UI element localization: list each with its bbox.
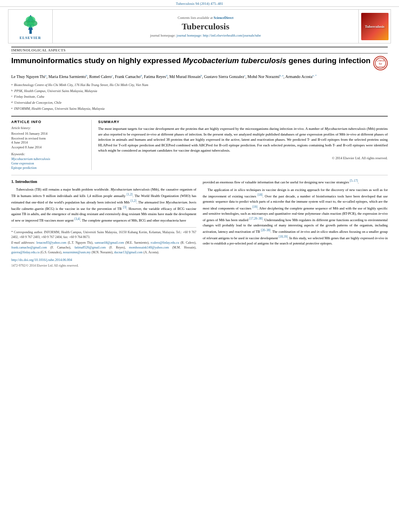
- tuberculosis-logo: Tuberculosis: [361, 13, 389, 40]
- intro-col-right: provided an enormous flow of valuable in…: [203, 179, 388, 268]
- summary-column: SUMMARY The most important targets for v…: [98, 120, 388, 170]
- section-label: IMMUNOLOGICAL ASPECTS: [11, 47, 388, 53]
- publisher-logo: ELSEVIER: [8, 10, 53, 43]
- keywords-label: Keywords:: [11, 152, 86, 156]
- received-date: Received 16 January 2014: [11, 131, 86, 136]
- journal-logo-box: Tuberculosis: [358, 10, 391, 43]
- intro-para-3: The application of in silico techniques …: [203, 187, 388, 246]
- article-body: IMMUNOLOGICAL ASPECTS Immunoinformatics …: [0, 47, 399, 269]
- article-info-summary: ARTICLE INFO Article history: Received 1…: [11, 116, 388, 170]
- affiliation-a: a Biotechnology Centre of Ho Chi Minh Ci…: [11, 82, 388, 88]
- history-label: Article history:: [11, 126, 86, 130]
- summary-header: SUMMARY: [98, 120, 388, 124]
- keyword-3: Epitope prediction: [11, 166, 86, 170]
- article-title: Immunoinformatics study on highly expres…: [11, 56, 373, 66]
- section-divider: [11, 175, 388, 175]
- svg-text:updates: updates: [376, 66, 385, 68]
- intro-heading: 1. Introduction: [11, 179, 196, 185]
- intro-para-2: provided an enormous flow of valuable in…: [203, 179, 388, 185]
- affiliation-d: d Universidad de Concepcion, Chile: [11, 100, 388, 106]
- sciencedirect-line: Contents lists available at ScienceDirec…: [178, 16, 234, 20]
- authors-line: Le Thuy Nguyen Thia, Maria Elena Sarmien…: [11, 74, 388, 80]
- elsevier-text: ELSEVIER: [20, 36, 41, 40]
- keyword-2: Gene expression: [11, 161, 86, 165]
- keywords-section: Keywords: Mycobacterium tuberculosis Gen…: [11, 152, 86, 170]
- homepage-link[interactable]: journal homepage: http://intl.elsevierhe…: [177, 33, 261, 37]
- introduction-section: 1. Introduction Tuberculosis (TB) still …: [11, 179, 388, 268]
- article-info-column: ARTICLE INFO Article history: Received 1…: [11, 120, 92, 170]
- svg-point-5: [27, 22, 35, 28]
- corresponding-author-footnote: * Corresponding author. INFORMM, Health …: [11, 230, 196, 240]
- journal-reference: Tuberculosis 94 (2014) 475–481: [0, 0, 399, 7]
- journal-homepage: journal homepage: journal homepage: http…: [150, 33, 261, 37]
- issn-line: 1472-9792/© 2014 Elsevier Ltd. All right…: [11, 263, 196, 268]
- svg-text:for: for: [379, 62, 383, 65]
- journal-header: ELSEVIER Contents lists available at Sci…: [8, 9, 391, 43]
- journal-name: Tuberculosis: [182, 21, 230, 32]
- intro-col-left: 1. Introduction Tuberculosis (TB) still …: [11, 179, 196, 268]
- svg-text:Check: Check: [376, 59, 385, 62]
- email-footnote: E-mail addresses: lenacns83@yahoo.com (L…: [11, 240, 196, 255]
- summary-text: The most important targets for vaccine d…: [98, 126, 388, 154]
- elsevier-tree-icon: [19, 13, 43, 35]
- affiliation-c: c Finlay Institute, Cuba: [11, 94, 388, 100]
- copyright-line: © 2014 Elsevier Ltd. All rights reserved…: [98, 156, 388, 160]
- intro-para-1: Tuberculosis (TB) still remains a major …: [11, 187, 196, 223]
- accepted-date: Accepted 8 June 2014: [11, 145, 86, 149]
- affiliation-b: b PPSK, Health Campus, Universiti Sains …: [11, 88, 388, 94]
- keyword-1: Mycobacterium tuberculosis: [11, 157, 86, 161]
- elsevier-logo: ELSEVIER: [19, 13, 43, 40]
- article-info-header: ARTICLE INFO: [11, 120, 86, 124]
- affiliation-e: e INFORMM, Health Campus, Universiti Sai…: [11, 106, 388, 112]
- sciencedirect-link[interactable]: ScienceDirect: [214, 16, 233, 20]
- article-title-row: Immunoinformatics study on highly expres…: [11, 56, 388, 70]
- doi-link[interactable]: http://dx.doi.org/10.1016/j.tube.2014.06…: [11, 257, 196, 263]
- revised-date: Received in revised form4 June 2014: [11, 136, 86, 144]
- journal-title-area: Contents lists available at ScienceDirec…: [53, 10, 358, 43]
- footnotes: * Corresponding author. INFORMM, Health …: [11, 227, 196, 269]
- crossmark-icon: Check for updates: [373, 56, 388, 70]
- journal-ref-text: Tuberculosis 94 (2014) 475–481: [176, 2, 223, 6]
- predicted-text: predicted: [292, 138, 306, 142]
- affiliations: a Biotechnology Centre of Ho Chi Minh Ci…: [11, 82, 388, 112]
